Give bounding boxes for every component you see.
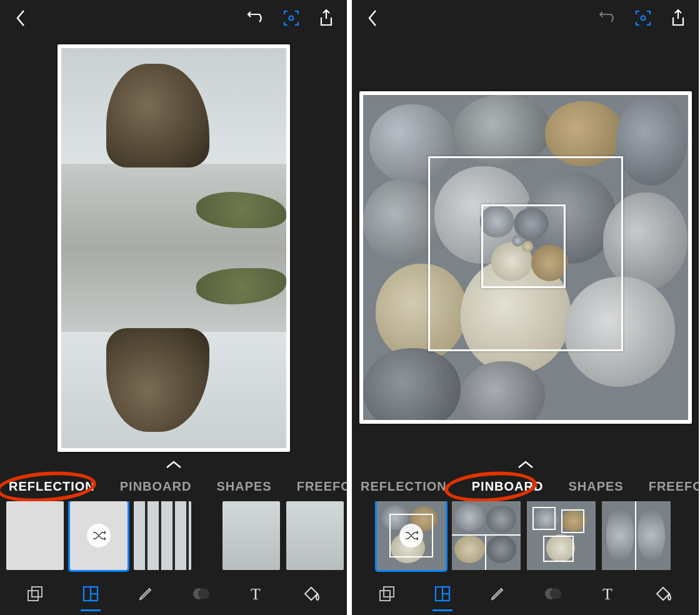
svg-rect-2	[32, 587, 42, 597]
edited-image	[363, 95, 688, 420]
undo-icon	[599, 11, 618, 26]
shuffle-icon	[404, 530, 418, 541]
preset-thumb[interactable]	[286, 501, 344, 570]
tab-pinboard[interactable]: PINBOARD	[472, 479, 544, 494]
svg-point-7	[198, 588, 209, 599]
layers-icon	[26, 585, 44, 602]
share-button[interactable]	[669, 9, 688, 28]
expand-panel-button[interactable]	[165, 459, 182, 469]
svg-rect-1	[28, 591, 38, 601]
focus-frame-icon	[282, 9, 300, 27]
expand-panel-button[interactable]	[517, 459, 534, 469]
topbar	[0, 0, 347, 36]
tool-layout[interactable]	[430, 581, 455, 606]
back-button[interactable]	[363, 9, 382, 28]
preset-thumb[interactable]	[527, 501, 596, 570]
tool-bucket[interactable]	[299, 581, 324, 606]
paint-bucket-icon	[302, 585, 321, 602]
preset-thumb[interactable]	[222, 501, 280, 570]
tool-bucket[interactable]	[651, 581, 676, 606]
bottom-toolbar: T	[352, 576, 699, 615]
preset-thumb[interactable]	[198, 501, 216, 570]
canvas-frame	[359, 91, 692, 424]
category-tabs: REFLECTION PINBOARD SHAPES FREEFORMS	[352, 469, 699, 501]
svg-point-0	[289, 16, 294, 21]
pencil-icon	[137, 585, 154, 602]
chevron-up-icon	[518, 460, 534, 469]
svg-text:T: T	[602, 586, 612, 602]
back-button[interactable]	[11, 9, 30, 28]
chevron-up-icon	[166, 460, 182, 469]
shuffle-icon	[92, 530, 106, 541]
text-icon: T	[248, 586, 264, 602]
edited-image	[61, 48, 286, 448]
category-tabs: REFLECTION PINBOARD SHAPES FREEFORMS	[0, 469, 347, 501]
tool-layers[interactable]	[374, 581, 399, 606]
right-screen: REFLECTION PINBOARD SHAPES FREEFORMS	[352, 0, 699, 615]
shuffle-badge	[87, 524, 111, 548]
overlap-circles-icon	[543, 585, 563, 602]
overlap-circles-icon	[191, 585, 211, 602]
tool-overlap[interactable]	[189, 581, 214, 606]
chevron-left-icon	[367, 9, 378, 27]
tab-shapes[interactable]: SHAPES	[568, 479, 623, 494]
share-icon	[671, 9, 686, 28]
focus-button[interactable]	[634, 9, 652, 28]
text-icon: T	[600, 586, 616, 602]
pencil-icon	[489, 585, 506, 602]
tab-freeforms[interactable]: FREEFORMS	[297, 479, 347, 494]
paint-bucket-icon	[654, 585, 673, 602]
share-icon	[319, 9, 334, 28]
tab-shapes[interactable]: SHAPES	[216, 479, 271, 494]
share-button[interactable]	[317, 9, 336, 28]
tool-layout[interactable]	[78, 581, 103, 606]
tool-text[interactable]: T	[244, 581, 269, 606]
preset-thumbnails[interactable]	[0, 501, 347, 576]
tab-pinboard[interactable]: PINBOARD	[120, 479, 192, 494]
tab-reflection[interactable]: REFLECTION	[9, 479, 95, 494]
svg-text:T: T	[251, 586, 261, 602]
left-screen: REFLECTION PINBOARD SHAPES FREEFORMS T	[0, 0, 347, 615]
focus-button[interactable]	[282, 9, 301, 28]
tool-pencil[interactable]	[133, 581, 158, 606]
undo-button[interactable]	[599, 9, 618, 28]
tool-text[interactable]: T	[596, 581, 621, 606]
grid-layout-icon	[434, 585, 451, 602]
preset-thumb[interactable]	[377, 501, 446, 570]
undo-icon	[247, 11, 266, 26]
preset-thumb[interactable]	[602, 501, 671, 570]
bottom-toolbar: T	[0, 576, 347, 615]
tool-layers[interactable]	[22, 581, 48, 606]
tool-overlap[interactable]	[541, 581, 566, 606]
canvas-area[interactable]	[352, 36, 699, 457]
shuffle-badge	[399, 524, 423, 548]
preset-thumb[interactable]	[134, 501, 191, 570]
chevron-left-icon	[15, 9, 26, 27]
preset-thumbnails[interactable]	[352, 501, 699, 576]
svg-rect-11	[384, 587, 394, 597]
svg-point-9	[641, 16, 646, 21]
tool-pencil[interactable]	[485, 581, 510, 606]
preset-thumb[interactable]	[6, 501, 64, 570]
preset-thumb[interactable]	[70, 501, 128, 570]
tab-freeforms[interactable]: FREEFORMS	[649, 479, 699, 494]
focus-frame-icon	[634, 9, 652, 27]
layers-icon	[378, 585, 396, 602]
preset-thumb[interactable]	[452, 501, 521, 570]
svg-point-16	[550, 588, 561, 599]
canvas-area[interactable]	[0, 36, 347, 457]
topbar	[352, 0, 699, 36]
tab-reflection[interactable]: REFLECTION	[361, 479, 447, 494]
canvas-frame	[58, 44, 290, 452]
svg-rect-10	[380, 591, 390, 601]
undo-button[interactable]	[247, 9, 266, 28]
grid-layout-icon	[82, 585, 99, 602]
